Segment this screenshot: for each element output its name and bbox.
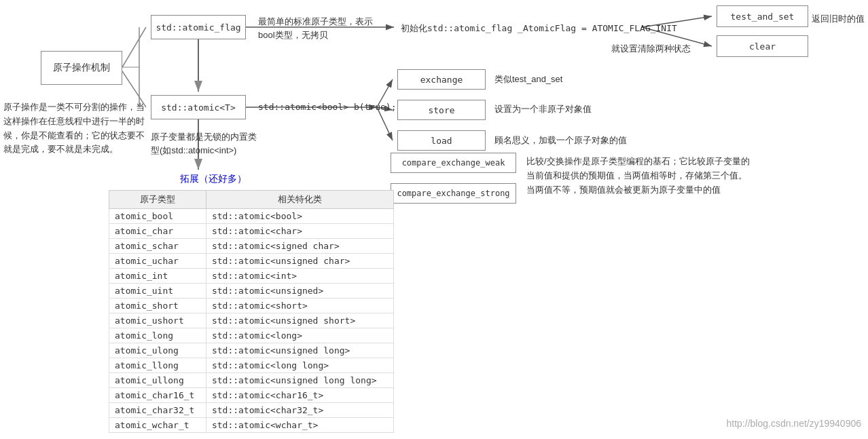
- table-container: 原子类型 相关特化类 atomic_boolstd::atomic<bool>a…: [109, 190, 394, 433]
- table-row: atomic_scharstd::atomic<signed char>: [109, 239, 394, 254]
- atomic-var-desc-label: 原子变量都是无锁的内置类型(如std::atomic<int>): [151, 130, 259, 157]
- store-desc-label: 设置为一个非原子对象值: [494, 103, 592, 115]
- init-desc-label: 初始化std::atomic_flag _AtomicFlag = ATOMIC…: [401, 22, 713, 35]
- svg-line-13: [377, 107, 393, 140]
- atomic-types-table: 原子类型 相关特化类 atomic_boolstd::atomic<bool>a…: [109, 190, 394, 433]
- atomic-mechanism-box: 原子操作机制: [41, 51, 122, 85]
- compare-exchange-weak-box: compare_exchange_weak: [391, 153, 516, 173]
- table-col2-header: 相关特化类: [206, 191, 393, 209]
- table-row: atomic_intstd::atomic<int>: [109, 269, 394, 284]
- exchange-box: exchange: [397, 69, 486, 90]
- set-clear-label: 就设置清除两种状态: [611, 42, 713, 56]
- atomic-flag-box: std::atomic_flag: [151, 15, 246, 39]
- svg-line-0: [122, 27, 146, 67]
- table-row: atomic_ullongstd::atomic<unsigned long l…: [109, 373, 394, 388]
- table-row: atomic_charstd::atomic<char>: [109, 224, 394, 239]
- table-row: atomic_shortstd::atomic<short>: [109, 299, 394, 313]
- table-row: atomic_ucharstd::atomic<unsigned char>: [109, 254, 394, 269]
- table-row: atomic_ulongstd::atomic<unsigned long>: [109, 343, 394, 358]
- table-col1-header: 原子类型: [109, 191, 206, 209]
- compare-desc-label: 比较/交换操作是原子类型编程的基石；它比较原子变量的当前值和提供的预期值，当两值…: [526, 155, 751, 197]
- left-text-block: 原子操作是一类不可分割的操作，当这样操作在任意线程中进行一半的时候，你是不能查看…: [3, 100, 146, 157]
- table-row: atomic_boolstd::atomic<bool>: [109, 209, 394, 224]
- atomic-t-box: std::atomic<T>: [151, 95, 246, 119]
- table-row: atomic_longstd::atomic<long>: [109, 328, 394, 343]
- atomic-t-expr-label: std::atomic<bool> b(true);: [258, 102, 397, 112]
- load-box: load: [397, 130, 486, 151]
- test-and-set-box: test_and_set: [717, 5, 808, 27]
- store-box: store: [397, 100, 486, 120]
- main-container: 原子操作机制 std::atomic_flag std::atomic<T> 最…: [0, 0, 868, 439]
- return-val-label: 返回旧时的值: [812, 12, 866, 26]
- table-row: atomic_wchar_tstd::atomic<wchar_t>: [109, 418, 394, 433]
- compare-exchange-strong-box: compare_exchange_strong: [391, 183, 516, 204]
- expand-label: 拓展（还好多）: [180, 173, 247, 185]
- load-desc-label: 顾名思义，加载一个原子对象的值: [494, 134, 627, 147]
- atomic-flag-desc-label: 最简单的标准原子类型，表示bool类型，无拷贝: [258, 15, 384, 41]
- table-row: atomic_char16_tstd::atomic<char16_t>: [109, 388, 394, 403]
- table-row: atomic_ushortstd::atomic<unsigned short>: [109, 313, 394, 328]
- exchange-desc-label: 类似test_and_set: [494, 73, 562, 85]
- table-row: atomic_llongstd::atomic<long long>: [109, 358, 394, 373]
- watermark: http://blog.csdn.net/zy19940906: [727, 418, 861, 429]
- table-row: atomic_char32_tstd::atomic<char32_t>: [109, 403, 394, 418]
- clear-box: clear: [717, 35, 808, 57]
- table-row: atomic_uintstd::atomic<unsigned>: [109, 284, 394, 299]
